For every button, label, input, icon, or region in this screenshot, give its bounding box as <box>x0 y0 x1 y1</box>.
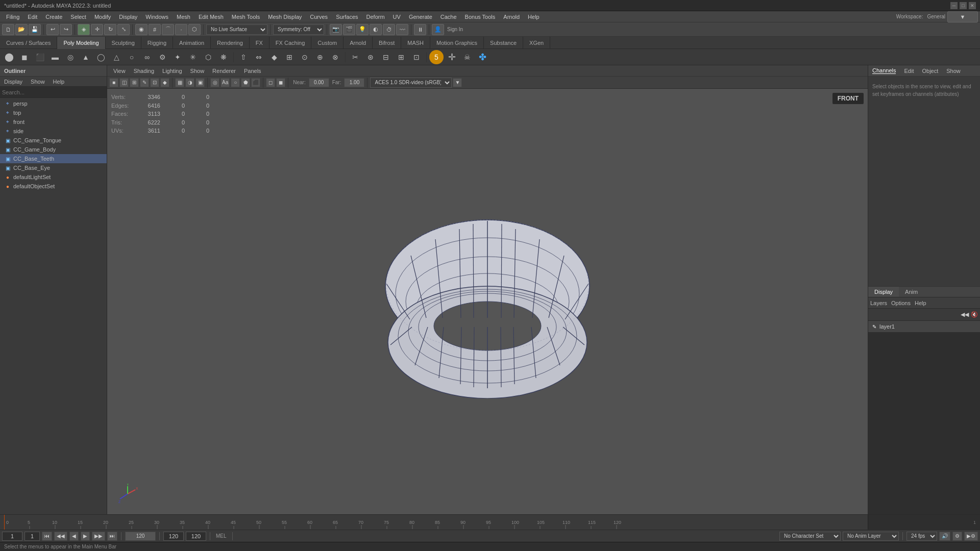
playback-end-input[interactable] <box>186 532 206 541</box>
tab-rendering[interactable]: Rendering <box>211 37 250 49</box>
viewport-canvas[interactable]: Verts: 3346 0 0 Edges: 6416 0 0 Faces: 3… <box>107 89 868 514</box>
vp-aa-btn[interactable]: Aa <box>220 78 230 87</box>
menu-uv[interactable]: UV <box>389 13 405 21</box>
minimize-btn[interactable]: ─ <box>950 2 958 9</box>
object-tab[interactable]: Object <box>922 68 938 74</box>
tree-item-default-object-set[interactable]: ● defaultObjectSet <box>0 182 107 191</box>
timeline-ruler[interactable]: 0 5 10 15 20 25 30 35 40 45 50 <box>4 515 868 530</box>
disk-icon-btn[interactable]: ◯ <box>94 50 108 64</box>
vp-tb-btn5[interactable]: ⊡ <box>150 78 159 87</box>
menu-windows[interactable]: Windows <box>141 13 173 21</box>
menu-mesh-display[interactable]: Mesh Display <box>264 13 306 21</box>
playback-prefs-btn[interactable]: ▶⚙ <box>964 532 978 541</box>
menu-modify[interactable]: Modify <box>90 13 115 21</box>
options-menu[interactable]: Options <box>891 300 911 306</box>
vp-ao-btn[interactable]: ○ <box>231 78 240 87</box>
menu-create[interactable]: Create <box>41 13 66 21</box>
vp-renderer-menu[interactable]: Renderer <box>208 67 240 75</box>
live-surface-dropdown[interactable]: No Live Surface <box>206 24 267 35</box>
workspace-btn[interactable]: ▼ <box>947 11 978 22</box>
crosshair-icon-btn[interactable]: ✤ <box>475 50 489 64</box>
new-scene-btn[interactable]: 🗋 <box>2 24 14 35</box>
vp-shading-menu[interactable]: Shading <box>130 67 158 75</box>
vp-tb-btn4[interactable]: ✎ <box>140 78 149 87</box>
no-anim-layer-dropdown[interactable]: No Anim Layer <box>843 532 899 541</box>
vp-xray-active-btn[interactable]: ◼ <box>276 78 285 87</box>
target-weld-icon-btn[interactable]: ⊛ <box>363 50 378 64</box>
combine-icon-btn[interactable]: ⊕ <box>313 50 327 64</box>
playback-forward-btn[interactable]: ▶ <box>81 532 90 541</box>
sim-btn[interactable]: 〰 <box>396 24 408 35</box>
move-tool-btn[interactable]: ✛ <box>91 24 103 35</box>
vp-shadow-btn[interactable]: ⬟ <box>241 78 250 87</box>
outliner-help-menu[interactable]: Help <box>49 78 69 86</box>
gear-icon-btn[interactable]: ⚙ <box>155 50 169 64</box>
anim-tab[interactable]: Anim <box>899 287 924 297</box>
light-btn[interactable]: 💡 <box>356 24 369 35</box>
close-btn[interactable]: ✕ <box>969 2 976 9</box>
playback-prev-btn[interactable]: ◀◀ <box>54 532 67 541</box>
tree-item-cc-game-body[interactable]: ▣ CC_Game_Body <box>0 145 107 154</box>
maximize-btn[interactable]: □ <box>960 2 967 9</box>
soccer-icon-btn[interactable]: ✦ <box>170 50 185 64</box>
vp-tb-btn2[interactable]: ◫ <box>119 78 129 87</box>
menu-mesh-tools[interactable]: Mesh Tools <box>228 13 264 21</box>
separate-icon-btn[interactable]: ⊗ <box>328 50 342 64</box>
tab-bifrost[interactable]: Bifrost <box>373 37 401 49</box>
super-icon-btn[interactable]: ✳ <box>186 50 200 64</box>
skull-icon-btn[interactable]: ☠ <box>460 50 474 64</box>
pipe-icon-btn[interactable]: ○ <box>125 50 139 64</box>
select-tool-btn[interactable]: ◈ <box>78 24 90 35</box>
vp-view-menu[interactable]: View <box>109 67 130 75</box>
menu-arnold[interactable]: Arnold <box>499 13 524 21</box>
menu-display[interactable]: Display <box>115 13 141 21</box>
slide-edge-icon-btn[interactable]: ⊡ <box>409 50 424 64</box>
snap-view-btn[interactable]: ⬡ <box>188 24 201 35</box>
outliner-show-menu[interactable]: Show <box>27 78 49 86</box>
menu-edit-mesh[interactable]: Edit Mesh <box>194 13 228 21</box>
menu-generate[interactable]: Generate <box>405 13 436 21</box>
vp-texture-btn[interactable]: ⬛ <box>251 78 260 87</box>
offset-edge-icon-btn[interactable]: ⊞ <box>394 50 408 64</box>
torus-icon-btn[interactable]: ◎ <box>63 50 78 64</box>
soft-select-btn[interactable]: ◉ <box>135 24 148 35</box>
vp-shaded-btn[interactable]: ◑ <box>185 78 194 87</box>
vp-tb-btn6[interactable]: ◆ <box>160 78 169 87</box>
vp-tb-btn3[interactable]: ⊞ <box>130 78 139 87</box>
tab-arnold[interactable]: Arnold <box>344 37 373 49</box>
search-input[interactable] <box>2 89 105 95</box>
symmetry-dropdown[interactable]: Symmetry: Off <box>273 24 324 35</box>
range-start-input[interactable] <box>24 532 40 541</box>
undo-btn[interactable]: ↩ <box>46 24 59 35</box>
menu-help[interactable]: Help <box>524 13 544 21</box>
rotate-tool-btn[interactable]: ↻ <box>104 24 116 35</box>
audio-settings-btn[interactable]: 🔊 <box>939 532 950 541</box>
extrude-icon-btn[interactable]: ⇧ <box>236 50 251 64</box>
current-frame-input[interactable] <box>2 532 22 541</box>
connect-icon-btn[interactable]: ⊞ <box>282 50 297 64</box>
tab-rigging[interactable]: Rigging <box>141 37 173 49</box>
cone-icon-btn[interactable]: ▲ <box>79 50 93 64</box>
playback-next-btn[interactable]: ▶▶ <box>92 532 105 541</box>
tree-item-default-light-set[interactable]: ● defaultLightSet <box>0 172 107 182</box>
tab-fx[interactable]: FX <box>250 37 270 49</box>
sphere-icon-btn[interactable]: ⬤ <box>2 50 16 64</box>
tab-motion-graphics[interactable]: Motion Graphics <box>430 37 484 49</box>
vp-lighting-menu[interactable]: Lighting <box>158 67 186 75</box>
help-menu[interactable]: Help <box>915 300 926 306</box>
save-scene-btn[interactable]: 💾 <box>29 24 41 35</box>
tree-item-cc-base-eye[interactable]: ▣ CC_Base_Eye <box>0 163 107 172</box>
tree-item-persp[interactable]: ⌖ persp <box>0 99 107 108</box>
tree-item-front[interactable]: ⌖ front <box>0 117 107 127</box>
tab-mash[interactable]: MASH <box>401 37 430 49</box>
pause-btn[interactable]: ⏸ <box>414 24 426 35</box>
tree-item-cc-game-tongue[interactable]: ▣ CC_Game_Tongue <box>0 136 107 145</box>
cube-icon-btn[interactable]: ◼ <box>17 50 32 64</box>
outliner-display-menu[interactable]: Display <box>0 78 27 86</box>
multi-cut-icon-btn[interactable]: ✂ <box>348 50 362 64</box>
vp-isolate-btn[interactable]: ◎ <box>210 78 219 87</box>
playback-end-btn[interactable]: ⏭ <box>107 532 117 541</box>
snap-grid-btn[interactable]: # <box>149 24 161 35</box>
menu-filing[interactable]: Filing <box>2 13 23 21</box>
layer1-row[interactable]: ✎ layer1 <box>868 321 980 332</box>
